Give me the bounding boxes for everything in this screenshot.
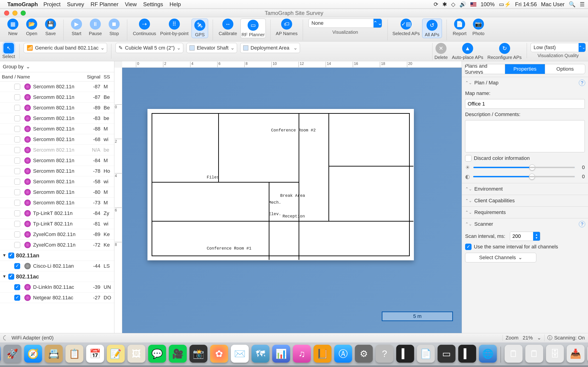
dock-ibooks-icon[interactable]: 📙 bbox=[313, 345, 331, 363]
dock-itunes-icon[interactable]: ♫ bbox=[293, 345, 311, 363]
ap-checkbox[interactable] bbox=[14, 147, 20, 153]
dock-app3-icon[interactable]: 🌐 bbox=[479, 345, 497, 363]
dock-app1-icon[interactable]: ▭ bbox=[438, 345, 456, 363]
ap-row[interactable]: Sercomm 802.11n-78Ho bbox=[0, 166, 114, 176]
dock-reminders-icon[interactable]: 📋 bbox=[65, 345, 83, 363]
ap-checkbox[interactable] bbox=[14, 232, 20, 237]
app-menu[interactable]: TamoGraph bbox=[7, 1, 38, 8]
map-name-input[interactable] bbox=[465, 99, 585, 109]
section-requirements[interactable]: ⌃⌄Requirements bbox=[462, 207, 588, 218]
visualization-select[interactable]: None ⌃⌄ bbox=[309, 19, 382, 28]
dock-help-icon[interactable]: ? bbox=[376, 345, 393, 363]
ap-group[interactable]: ▼802.11an bbox=[0, 250, 114, 261]
ap-row[interactable]: D-LinkIn 802.11ac-39UN bbox=[0, 282, 114, 292]
ap-checkbox[interactable] bbox=[14, 189, 20, 195]
dock-keynote-icon[interactable]: 📊 bbox=[272, 345, 290, 363]
report-button[interactable]: 📄Report bbox=[451, 19, 468, 36]
battery-icon[interactable]: ▭⚡ bbox=[499, 1, 511, 8]
ap-checkbox[interactable] bbox=[14, 284, 20, 290]
ap-checkbox[interactable] bbox=[14, 295, 20, 301]
dock-appstore-icon[interactable]: Ⓐ bbox=[334, 345, 352, 363]
new-button[interactable]: ▦New bbox=[5, 19, 21, 36]
section-plan-map[interactable]: ⌃⌄ Plan / Map ? bbox=[462, 77, 588, 89]
ap-checkbox[interactable] bbox=[14, 242, 20, 248]
dock-photos-icon[interactable]: ✿ bbox=[210, 345, 228, 363]
ap-names-button[interactable]: 🏷AP Names bbox=[275, 19, 298, 36]
ap-row[interactable]: Sercomm 802.11n-88M bbox=[0, 124, 114, 134]
start-button[interactable]: ▶Start bbox=[68, 19, 85, 36]
ap-row[interactable]: Sercomm 802.11n-89Be bbox=[0, 102, 114, 113]
tab-properties[interactable]: Properties bbox=[505, 64, 545, 74]
scan-interval-input[interactable]: ▲▼ bbox=[510, 232, 540, 241]
tab-options[interactable]: Options bbox=[545, 64, 585, 74]
point-by-point-button[interactable]: ⠿Point-by-point bbox=[159, 19, 189, 38]
ap-group[interactable]: ▼802.11ac bbox=[0, 271, 114, 282]
ap-row[interactable]: Sercomm 802.11nN/Abe bbox=[0, 145, 114, 155]
auto-place-aps-button[interactable]: ▲Auto-place APs bbox=[452, 43, 483, 60]
photo-button[interactable]: 📷Photo bbox=[470, 19, 487, 36]
discard-color-checkbox[interactable]: Discard color information bbox=[465, 155, 585, 161]
dock-mail-icon[interactable]: ✉️ bbox=[231, 345, 249, 363]
dock-contacts-icon[interactable]: 📇 bbox=[45, 345, 63, 363]
ap-checkbox[interactable] bbox=[14, 105, 20, 111]
ap-row[interactable]: Netgear 802.11ac-27DO bbox=[0, 292, 114, 303]
group-by-dropdown[interactable]: Group by⌄ bbox=[0, 61, 114, 72]
rf-planner-button[interactable]: ▭RF Planner bbox=[241, 19, 266, 38]
ap-checkbox[interactable] bbox=[14, 158, 20, 164]
gps-button[interactable]: 🛰GPS bbox=[191, 19, 208, 38]
attenuation2-dropdown[interactable]: Deployment Area⌄ bbox=[240, 43, 300, 53]
ap-row[interactable]: Sercomm 802.11n-68wi bbox=[0, 134, 114, 145]
antenna-dropdown[interactable]: 📶 Generic dual band 802.11ac⌄ bbox=[24, 43, 107, 53]
spotlight-icon[interactable]: 🔍 bbox=[569, 1, 576, 8]
stop-button[interactable]: ⏹Stop bbox=[106, 19, 122, 36]
dock-settings-icon[interactable]: ⚙ bbox=[355, 345, 373, 363]
ap-row[interactable]: Tp-LinkT 802.11n-81wi bbox=[0, 219, 114, 229]
ap-row[interactable]: Cisco-Li 802.11an-44LS bbox=[0, 261, 114, 271]
input-source-icon[interactable] bbox=[470, 2, 476, 6]
dock-notes-icon[interactable]: 📝 bbox=[107, 345, 125, 363]
clock[interactable]: Fri 14:56 bbox=[515, 1, 537, 8]
pause-button[interactable]: ⏸Pause bbox=[87, 19, 104, 36]
menu-settings[interactable]: Settings bbox=[143, 1, 163, 8]
menu-help[interactable]: Help bbox=[170, 1, 181, 8]
wall-type-dropdown[interactable]: ✎ Cubicle Wall 5 cm (2'')⌄ bbox=[115, 43, 183, 53]
ap-row[interactable]: ZyxelCom 802.11n-72Ke bbox=[0, 240, 114, 250]
ap-row[interactable]: Sercomm 802.11n-80M bbox=[0, 187, 114, 198]
ap-row[interactable]: Tp-LinkT 802.11n-84Zy bbox=[0, 208, 114, 219]
dock-calendar-icon[interactable]: 📅 bbox=[86, 345, 104, 363]
same-interval-checkbox[interactable]: Use the same interval for all channels bbox=[465, 244, 585, 250]
ap-row[interactable]: Sercomm 802.11n-83be bbox=[0, 113, 114, 124]
help-icon[interactable]: ? bbox=[579, 80, 585, 86]
group-checkbox[interactable] bbox=[8, 252, 14, 259]
sync-icon[interactable]: ⟳ bbox=[434, 1, 438, 8]
calibrate-button[interactable]: ↔Calibrate bbox=[217, 19, 238, 38]
ap-row[interactable]: Sercomm 802.11n-87M bbox=[0, 81, 114, 92]
visualization-quality-select[interactable]: Low (fast)⌃⌄ bbox=[531, 43, 586, 52]
description-textarea[interactable] bbox=[465, 120, 585, 152]
contrast-slider[interactable] bbox=[473, 176, 575, 177]
bluetooth-icon[interactable]: ✱ bbox=[442, 1, 447, 8]
group-checkbox[interactable] bbox=[8, 274, 14, 280]
ap-checkbox[interactable] bbox=[14, 210, 20, 216]
dock-terminal-icon[interactable]: ▍ bbox=[396, 345, 414, 363]
ap-row[interactable]: Sercomm 802.11n-84M bbox=[0, 155, 114, 166]
dock-safari-icon[interactable]: 🧭 bbox=[24, 345, 42, 363]
zoom-select[interactable]: Zoom 21% ⌄ bbox=[502, 335, 541, 341]
dock-finder-icon[interactable]: ☺ bbox=[0, 345, 1, 363]
menu-survey[interactable]: Survey bbox=[67, 1, 84, 8]
dock-doc1-icon[interactable]: 🗒 bbox=[505, 345, 523, 363]
select-channels-button[interactable]: Select Channels⌄ bbox=[465, 253, 536, 262]
selected-aps-button[interactable]: ✓▤Selected APs bbox=[392, 19, 420, 38]
menu-view[interactable]: View bbox=[125, 1, 137, 8]
section-client-capabilities[interactable]: ⌃⌄Client Capabilities bbox=[462, 195, 588, 206]
ap-checkbox[interactable] bbox=[14, 221, 20, 227]
volume-icon[interactable]: 🔊 bbox=[459, 1, 466, 8]
open-button[interactable]: 📂Open bbox=[23, 19, 40, 36]
dock-maps-icon[interactable]: 🗺 bbox=[251, 345, 269, 363]
map-canvas[interactable]: Conference Room #2 Files Mech. Break Are… bbox=[122, 68, 462, 333]
dock-textedit-icon[interactable]: 📄 bbox=[417, 345, 435, 363]
dock-preview-icon[interactable]: 🖼 bbox=[128, 345, 145, 363]
wifi-icon[interactable]: ◇ bbox=[451, 1, 455, 8]
ap-row[interactable]: ZyxelCom 802.11n-89Ke bbox=[0, 229, 114, 240]
user-name[interactable]: Mac User bbox=[541, 1, 565, 8]
